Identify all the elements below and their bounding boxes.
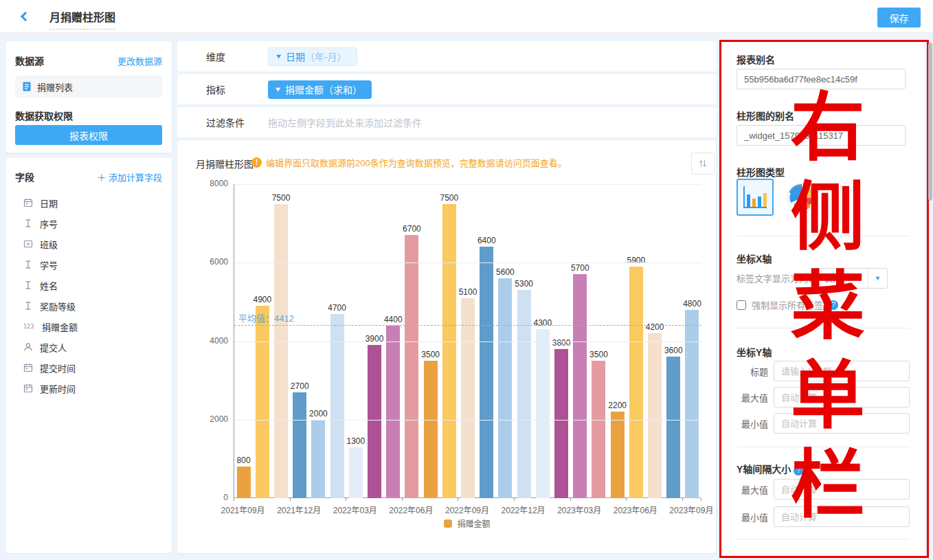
chart-title: 月捐赠柱形图: [196, 157, 254, 170]
help-icon[interactable]: ?: [794, 466, 803, 475]
bar[interactable]: [536, 329, 550, 498]
x-axis-section-title: 坐标X轴: [737, 251, 772, 265]
help-icon[interactable]: ?: [829, 300, 838, 310]
bar[interactable]: [629, 267, 643, 498]
calendar-icon: [23, 383, 33, 393]
bar-value-label: 6400: [477, 236, 496, 245]
field-label: 学号: [40, 258, 58, 271]
datasource-item[interactable]: 捐赠列表: [15, 76, 162, 98]
report-permission-button[interactable]: 报表权限: [15, 125, 162, 145]
bar[interactable]: [349, 447, 363, 498]
y-title-input[interactable]: [774, 361, 910, 381]
text-icon: [23, 219, 33, 228]
settings-panel: 报表别名 柱形图的别名 柱形图类型 坐标X轴: [721, 43, 925, 557]
bar[interactable]: [405, 235, 418, 498]
bar[interactable]: [386, 326, 400, 498]
interval-min-label: 最小值: [739, 511, 768, 524]
bar-chart-plot: 8004900750027002000470013003900440067003…: [234, 184, 701, 498]
dimension-chip[interactable]: ▼日期（年-月）: [268, 47, 357, 66]
bar[interactable]: [517, 290, 531, 498]
field-item[interactable]: 学号: [15, 254, 162, 275]
datasource-section-title: 数据源: [15, 54, 44, 67]
field-item[interactable]: 更新时间: [15, 378, 162, 399]
interval-max-input[interactable]: [774, 479, 910, 500]
y-min-input[interactable]: [774, 413, 910, 434]
label-direction-label: 标签文字显示方向：: [737, 273, 817, 284]
field-label: 奖励等级: [40, 300, 76, 313]
interval-min-input[interactable]: [774, 506, 910, 527]
field-item[interactable]: 姓名: [15, 275, 162, 295]
metric-label: 指标: [206, 82, 268, 96]
field-item[interactable]: 日期: [15, 192, 162, 213]
preview-notice: ! 编辑界面只取数据源前200条作为查询数据预览，完整数据请访问页面查看。: [251, 156, 567, 169]
force-labels-checkbox[interactable]: [737, 300, 746, 310]
field-label: 提交时间: [40, 361, 76, 374]
field-item[interactable]: 提交人: [15, 337, 162, 357]
x-axis-tick-label: 2023年09月: [662, 504, 720, 515]
metric-chip[interactable]: ▼捐赠金额（求和）: [268, 80, 372, 99]
y-max-input[interactable]: [774, 387, 910, 407]
chevron-down-icon: ▼: [274, 86, 282, 93]
field-item[interactable]: 提交时间: [15, 357, 162, 378]
bar[interactable]: [293, 392, 306, 498]
rose-chart-type-icon[interactable]: [786, 182, 818, 214]
back-button[interactable]: [19, 12, 30, 23]
divider: [737, 447, 910, 447]
interval-min-row: 最小值: [739, 506, 910, 527]
save-button[interactable]: 保存: [877, 8, 921, 27]
bar[interactable]: [424, 361, 438, 498]
sort-button[interactable]: [691, 153, 715, 175]
svg-text:123: 123: [23, 324, 34, 330]
bar-chart-type-icon[interactable]: [737, 179, 774, 216]
bar-value-label: 3500: [421, 350, 440, 359]
scrollbar-thumb[interactable]: [928, 43, 932, 201]
bar[interactable]: [442, 204, 456, 498]
bar[interactable]: [592, 361, 605, 498]
y-max-label: 最大值: [739, 391, 768, 404]
y-min-label: 最小值: [739, 417, 768, 430]
bar[interactable]: [461, 298, 475, 498]
add-calc-field-link[interactable]: ＋ 添加计算字段: [97, 170, 162, 183]
bar[interactable]: [685, 310, 699, 498]
widget-alias-input[interactable]: [737, 125, 906, 146]
x-axis-tick: [701, 498, 701, 501]
legend-label: 捐赠金额: [457, 517, 490, 529]
label-direction-select[interactable]: 横向 ▼: [815, 268, 888, 289]
field-item[interactable]: 123捐赠金额: [15, 316, 162, 337]
bar-value-label: 5600: [496, 267, 515, 277]
text-icon: [23, 280, 33, 290]
user-icon: [23, 342, 33, 352]
bar-value-label: 5100: [459, 287, 477, 297]
bar[interactable]: [666, 357, 680, 498]
field-item[interactable]: 序号: [15, 213, 162, 234]
label-direction-row: 标签文字显示方向： 横向 ▼: [737, 268, 910, 289]
fields-section-title: 字段: [15, 170, 34, 183]
field-item[interactable]: 班级: [15, 234, 162, 254]
y-axis-tick-label: 6000: [195, 257, 228, 267]
bar[interactable]: [554, 349, 568, 498]
report-alias-input[interactable]: [737, 69, 906, 89]
select-icon: [23, 239, 33, 249]
bar[interactable]: [498, 278, 512, 498]
metric-row: 指标 ▼捐赠金额（求和）: [177, 74, 716, 104]
bar[interactable]: [573, 274, 587, 498]
bar[interactable]: [256, 306, 269, 498]
field-label: 序号: [40, 217, 58, 230]
change-datasource-link[interactable]: 更改数据源: [117, 54, 162, 67]
interval-max-label: 最大值: [739, 483, 768, 496]
bar[interactable]: [611, 412, 625, 498]
bar[interactable]: [368, 345, 381, 498]
bar-value-label: 3800: [552, 338, 571, 348]
fields-list: 日期序号班级学号姓名奖励等级123捐赠金额提交人提交时间更新时间: [15, 192, 162, 399]
bar[interactable]: [237, 467, 251, 498]
bar[interactable]: [648, 333, 662, 498]
bar-value-label: 3600: [664, 346, 683, 355]
filter-row[interactable]: 过滤条件 拖动左侧字段到此处来添加过滤条件: [177, 107, 716, 137]
field-item[interactable]: 奖励等级: [15, 295, 162, 316]
bar[interactable]: [274, 204, 288, 498]
bar[interactable]: [480, 247, 493, 498]
plus-icon: ＋: [97, 172, 109, 183]
page-title[interactable]: 月捐赠柱形图: [49, 8, 115, 30]
chart-legend[interactable]: 捐赠金额: [234, 517, 701, 529]
bar[interactable]: [311, 420, 325, 498]
